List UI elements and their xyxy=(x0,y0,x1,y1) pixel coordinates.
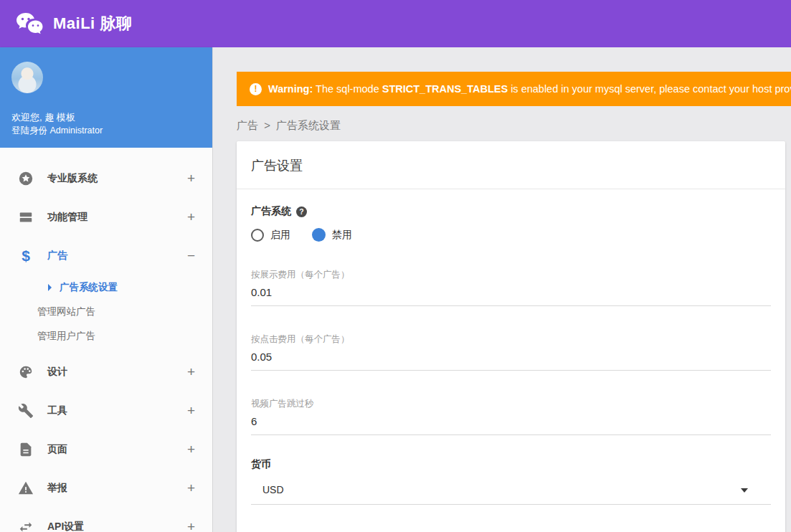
field-value[interactable]: 6 xyxy=(251,415,771,427)
sidebar-item-label: 专业版系统 xyxy=(47,172,98,185)
field-cost-per-click[interactable]: 按点击费用（每个广告） 0.05 xyxy=(251,333,771,371)
chevron-right-icon xyxy=(46,283,55,292)
page-icon xyxy=(17,441,34,458)
sidebar-subitem-manage-user-ads[interactable]: 管理用户广告 xyxy=(0,324,212,348)
swap-arrows-icon xyxy=(17,518,34,532)
radio-disable[interactable]: 禁用 xyxy=(312,228,352,242)
warning-text-1: The sql-mode xyxy=(313,83,382,95)
sidebar-item-label: 广告 xyxy=(47,250,67,262)
sidebar-item-ads[interactable]: $ 广告 − xyxy=(0,237,212,275)
login-role-text: 登陆身份 Administrator xyxy=(11,124,201,138)
help-icon[interactable]: ? xyxy=(296,206,307,217)
expand-plus-icon[interactable]: + xyxy=(187,480,195,496)
currency-label: 货币 xyxy=(251,458,771,471)
expand-plus-icon[interactable]: + xyxy=(187,209,195,225)
avatar[interactable] xyxy=(11,62,43,93)
breadcrumb-separator: > xyxy=(264,119,270,131)
sidebar-item-pages[interactable]: 页面 + xyxy=(0,430,212,469)
ads-submenu: 广告系统设置 管理网站广告 管理用户广告 xyxy=(0,275,212,348)
star-circle-icon xyxy=(17,170,34,187)
sidebar-item-label: 页面 xyxy=(47,443,67,456)
field-value[interactable]: 0.05 xyxy=(251,351,771,363)
field-video-skip-seconds[interactable]: 视频广告跳过秒 6 xyxy=(251,398,771,435)
currency-select[interactable]: USD xyxy=(251,484,771,505)
sidebar-subitem-label: 管理用户广告 xyxy=(37,330,95,343)
expand-plus-icon[interactable]: + xyxy=(187,364,195,380)
expand-plus-icon[interactable]: + xyxy=(187,403,195,419)
exclamation-circle-icon: ! xyxy=(250,83,262,95)
sidebar-item-design[interactable]: 设计 + xyxy=(0,353,212,391)
app-header: MaiLi 脉聊 xyxy=(0,0,791,47)
breadcrumb: 广告 > 广告系统设置 xyxy=(237,119,791,133)
ad-settings-card: 广告设置 广告系统 ? 启用 禁用 按展示 xyxy=(237,141,785,532)
sidebar: 欢迎您, 趣 模板 登陆身份 Administrator 专业版系统 + 功能管… xyxy=(0,47,213,532)
field-label: 按展示费用（每个广告） xyxy=(251,269,771,281)
warning-banner: ! Warning: The sql-mode STRICT_TRANS_TAB… xyxy=(237,72,791,106)
sidebar-subitem-label: 广告系统设置 xyxy=(60,281,118,294)
card-title: 广告设置 xyxy=(237,141,785,189)
main-content: ! Warning: The sql-mode STRICT_TRANS_TAB… xyxy=(213,47,791,532)
wechat-logo-icon xyxy=(14,11,44,36)
sidebar-item-reports[interactable]: 举报 + xyxy=(0,469,212,508)
sidebar-item-tools[interactable]: 工具 + xyxy=(0,391,212,430)
radio-enable-label: 启用 xyxy=(270,229,290,242)
field-label: 按点击费用（每个广告） xyxy=(251,333,771,346)
sidebar-item-feature-management[interactable]: 功能管理 + xyxy=(0,198,212,237)
breadcrumb-current: 广告系统设置 xyxy=(276,119,341,131)
sidebar-item-label: 工具 xyxy=(47,404,67,417)
expand-plus-icon[interactable]: + xyxy=(187,171,195,186)
warning-sql-mode: STRICT_TRANS_TABLES xyxy=(382,83,508,95)
sidebar-menu: 专业版系统 + 功能管理 + $ 广告 − 广告系统设置 xyxy=(0,148,212,532)
sidebar-subitem-label: 管理网站广告 xyxy=(37,305,95,318)
rows-icon xyxy=(17,209,34,226)
warning-text-2: is enabled in your mysql server, please … xyxy=(508,83,791,95)
radio-enable[interactable]: 启用 xyxy=(251,229,290,242)
collapse-minus-icon[interactable]: − xyxy=(187,248,195,264)
breadcrumb-parent[interactable]: 广告 xyxy=(237,119,258,131)
field-value[interactable]: 0.01 xyxy=(251,286,771,298)
radio-unchecked-icon[interactable] xyxy=(251,229,264,242)
sidebar-item-label: 设计 xyxy=(47,366,67,379)
warning-triangle-icon xyxy=(17,480,34,497)
app-title: MaiLi 脉聊 xyxy=(53,13,132,34)
sidebar-subitem-ad-system-settings[interactable]: 广告系统设置 xyxy=(0,275,212,300)
sidebar-item-label: API设置 xyxy=(47,521,84,532)
currency-value: USD xyxy=(262,484,284,495)
wrench-icon xyxy=(17,402,34,419)
sidebar-item-label: 功能管理 xyxy=(47,211,87,224)
ad-system-label: 广告系统 xyxy=(251,205,291,218)
radio-disable-label: 禁用 xyxy=(332,229,352,242)
chevron-down-icon xyxy=(741,488,748,493)
sidebar-subitem-manage-site-ads[interactable]: 管理网站广告 xyxy=(0,300,212,324)
sidebar-profile: 欢迎您, 趣 模板 登陆身份 Administrator xyxy=(0,47,212,148)
dollar-icon: $ xyxy=(17,247,34,265)
field-label: 视频广告跳过秒 xyxy=(251,398,771,410)
sidebar-item-pro-system[interactable]: 专业版系统 + xyxy=(0,159,212,198)
radio-checked-icon[interactable] xyxy=(312,228,326,242)
sidebar-item-label: 举报 xyxy=(47,482,67,495)
warning-prefix: Warning: xyxy=(268,83,313,95)
welcome-text: 欢迎您, 趣 模板 xyxy=(11,110,201,124)
field-cost-per-view[interactable]: 按展示费用（每个广告） 0.01 xyxy=(251,269,771,306)
sidebar-item-api-settings[interactable]: API设置 + xyxy=(0,508,212,532)
expand-plus-icon[interactable]: + xyxy=(187,519,195,532)
expand-plus-icon[interactable]: + xyxy=(187,442,195,457)
palette-icon xyxy=(17,364,34,381)
